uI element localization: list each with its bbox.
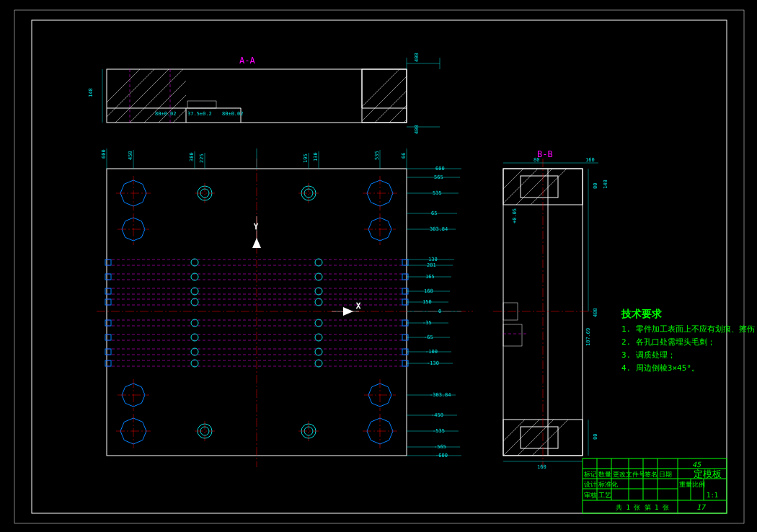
svg-text:比例: 比例 (692, 481, 705, 488)
svg-point-103 (315, 298, 322, 306)
svg-rect-120 (105, 260, 111, 265)
svg-line-22 (339, 43, 425, 130)
svg-text:工艺: 工艺 (598, 492, 611, 499)
svg-rect-124 (105, 320, 111, 326)
svg-rect-112 (402, 260, 408, 265)
svg-point-96 (191, 259, 198, 266)
svg-rect-125 (105, 334, 111, 340)
title-block: 标记 数量 更改文件号 签名 日期 设计 标准化 审核 工艺 重量 比例 45 … (583, 458, 727, 513)
svg-text:1:1: 1:1 (707, 492, 718, 499)
svg-text:-565: -565 (434, 444, 446, 450)
svg-text:408: 408 (414, 53, 420, 62)
svg-line-20 (368, 72, 454, 159)
svg-text:565: 565 (434, 174, 443, 180)
svg-text:80: 80 (593, 183, 598, 189)
svg-text:80±0.02: 80±0.02 (222, 111, 244, 117)
svg-text:Y: Y (254, 223, 258, 231)
svg-text:45: 45 (692, 461, 701, 469)
svg-text:审核: 审核 (584, 492, 597, 499)
svg-text:488: 488 (593, 308, 598, 317)
svg-point-109 (315, 348, 322, 355)
svg-text:技术要求: 技术要求 (621, 308, 663, 319)
svg-text:450: 450 (128, 151, 133, 160)
svg-text:-450: -450 (431, 412, 443, 418)
svg-text:600: 600 (101, 149, 107, 159)
svg-text:165: 165 (425, 274, 435, 280)
svg-rect-25 (187, 101, 216, 108)
svg-text:160: 160 (537, 464, 546, 470)
svg-point-100 (191, 288, 198, 295)
svg-text:225: 225 (199, 154, 205, 163)
svg-rect-126 (105, 349, 111, 355)
svg-text:130: 130 (313, 152, 319, 161)
technical-requirements: 技术要求 1. 零件加工表面上不应有划痕、擦伤； 2. 各孔口处需埋头毛刺； 3… (621, 308, 757, 373)
svg-text:600: 600 (435, 166, 445, 172)
svg-text:408: 408 (414, 125, 420, 134)
svg-text:-100: -100 (425, 349, 438, 355)
svg-text:-65: -65 (424, 334, 433, 340)
svg-text:更改文件号: 更改文件号 (613, 471, 645, 478)
svg-text:-35: -35 (422, 320, 432, 326)
svg-text:签名: 签名 (645, 471, 658, 478)
svg-text:535: 535 (374, 151, 380, 160)
svg-text:3. 调质处理；: 3. 调质处理； (621, 350, 676, 360)
svg-text:重量: 重量 (679, 481, 692, 488)
svg-text:+0.05: +0.05 (512, 208, 518, 223)
svg-text:-600: -600 (435, 453, 448, 458)
svg-rect-121 (105, 274, 111, 280)
svg-line-12 (108, 36, 216, 144)
svg-text:0: 0 (438, 309, 441, 314)
svg-text:160: 160 (424, 288, 433, 294)
svg-text:-130: -130 (427, 360, 439, 366)
svg-rect-196 (521, 427, 558, 448)
svg-line-14 (123, 50, 231, 159)
svg-text:日期: 日期 (659, 471, 672, 478)
svg-point-106 (191, 334, 198, 341)
svg-text:标记: 标记 (583, 471, 597, 478)
svg-text:X: X (356, 302, 360, 310)
svg-text:4. 周边倒棱3×45°。: 4. 周边倒棱3×45°。 (621, 363, 699, 373)
svg-rect-122 (105, 288, 111, 294)
svg-line-204 (497, 368, 606, 476)
svg-text:148: 148 (88, 88, 94, 97)
ext-top (107, 148, 407, 169)
svg-text:37.5±0.2: 37.5±0.2 (187, 111, 212, 117)
svg-rect-194 (521, 176, 558, 198)
svg-text:80: 80 (593, 434, 598, 440)
svg-line-13 (115, 43, 223, 151)
svg-text:数量: 数量 (598, 471, 611, 478)
svg-line-16 (87, 14, 195, 123)
svg-text:303.84: 303.84 (430, 226, 448, 232)
svg-text:17: 17 (696, 503, 707, 511)
svg-line-11 (101, 29, 209, 137)
svg-text:-303.84: -303.84 (430, 392, 451, 398)
svg-line-200 (497, 115, 606, 223)
cad-drawing: A-A 408 (0, 0, 757, 532)
svg-text:65: 65 (431, 210, 437, 216)
svg-line-206 (483, 353, 591, 461)
svg-point-105 (315, 319, 322, 327)
svg-text:1. 零件加工表面上不应有划痕、擦伤；: 1. 零件加工表面上不应有划痕、擦伤； (621, 324, 757, 334)
svg-point-104 (191, 319, 198, 327)
svg-point-111 (315, 360, 322, 367)
svg-rect-210 (503, 324, 522, 346)
svg-point-108 (191, 348, 198, 355)
dim-top-text: 600 450 380 225 195 130 535 66 (101, 149, 407, 163)
svg-text:共 1 张  第 1 张: 共 1 张 第 1 张 (616, 504, 669, 511)
svg-rect-123 (105, 299, 111, 305)
svg-rect-37 (107, 169, 407, 456)
svg-text:2. 各孔口处需埋头毛刺；: 2. 各孔口处需埋头毛刺； (621, 337, 715, 347)
svg-point-110 (191, 360, 198, 367)
svg-text:130: 130 (428, 257, 438, 262)
svg-text:148: 148 (603, 179, 608, 189)
svg-point-101 (315, 288, 322, 295)
svg-text:标准化: 标准化 (598, 481, 618, 488)
svg-text:195: 195 (303, 154, 309, 163)
svg-text:201: 201 (427, 262, 436, 268)
svg-text:150: 150 (422, 299, 432, 305)
svg-point-107 (315, 334, 322, 341)
svg-text:80: 80 (534, 157, 539, 163)
svg-line-18 (353, 58, 440, 144)
svg-rect-127 (105, 360, 111, 366)
svg-text:66: 66 (401, 153, 407, 159)
